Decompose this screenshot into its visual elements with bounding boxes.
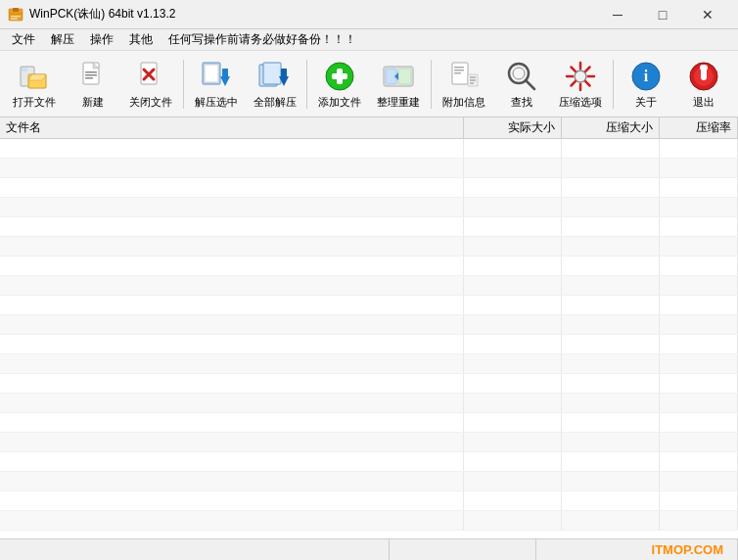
svg-line-43 bbox=[585, 81, 589, 85]
menu-extract[interactable]: 解压 bbox=[43, 29, 82, 50]
table-row bbox=[0, 354, 738, 374]
status-segment-1 bbox=[0, 539, 390, 560]
menu-file[interactable]: 文件 bbox=[4, 29, 43, 50]
new-file-icon bbox=[75, 59, 111, 94]
svg-rect-19 bbox=[263, 63, 281, 84]
menu-bar: 文件 解压 操作 其他 任何写操作前请务必做好备份！！！ bbox=[0, 29, 738, 51]
menu-other[interactable]: 其他 bbox=[121, 29, 161, 50]
open-file-button[interactable]: 打开文件 bbox=[6, 56, 63, 113]
svg-rect-20 bbox=[281, 69, 287, 76]
extract-selected-icon bbox=[199, 59, 234, 94]
open-file-label: 打开文件 bbox=[13, 96, 56, 109]
close-file-icon bbox=[133, 59, 168, 94]
extract-all-icon bbox=[257, 59, 293, 94]
table-row bbox=[0, 433, 738, 452]
svg-rect-10 bbox=[85, 74, 97, 76]
table-row bbox=[0, 413, 738, 433]
file-list-rows[interactable] bbox=[0, 139, 738, 538]
rebuild-icon bbox=[381, 59, 416, 94]
table-row bbox=[0, 511, 738, 531]
exit-button[interactable]: 退出 bbox=[675, 56, 732, 113]
svg-rect-1 bbox=[13, 8, 19, 12]
add-file-button[interactable]: 添加文件 bbox=[311, 56, 368, 113]
add-file-label: 添加文件 bbox=[318, 96, 361, 109]
close-file-button[interactable]: 关闭文件 bbox=[122, 56, 179, 113]
svg-line-42 bbox=[571, 67, 575, 70]
title-left: WinPCK(诛仙) 64bit v1.13.2 bbox=[8, 6, 175, 23]
file-list-header: 文件名 实际大小 压缩大小 压缩率 bbox=[0, 117, 738, 139]
table-row bbox=[0, 335, 738, 354]
toolbar: 打开文件 新建 关闭文件 bbox=[0, 51, 738, 117]
menu-operate[interactable]: 操作 bbox=[82, 29, 121, 50]
about-icon: i bbox=[628, 59, 664, 94]
table-row bbox=[0, 374, 738, 394]
table-row bbox=[0, 237, 738, 257]
app-icon bbox=[8, 7, 23, 23]
search-label: 查找 bbox=[511, 96, 532, 109]
svg-rect-4 bbox=[11, 18, 18, 20]
about-label: 关于 bbox=[635, 96, 657, 109]
add-file-icon bbox=[322, 59, 357, 94]
extract-all-label: 全部解压 bbox=[254, 96, 297, 109]
table-row bbox=[0, 159, 738, 178]
rebuild-button[interactable]: 整理重建 bbox=[370, 56, 427, 113]
status-segment-3: ITMOP.COM bbox=[536, 539, 738, 560]
table-row bbox=[0, 452, 738, 472]
title-text: WinPCK(诛仙) 64bit v1.13.2 bbox=[29, 6, 175, 23]
table-row bbox=[0, 198, 738, 217]
svg-rect-17 bbox=[222, 69, 228, 76]
search-button[interactable]: 查找 bbox=[493, 56, 550, 113]
extract-selected-button[interactable]: 解压选中 bbox=[188, 56, 245, 113]
options-icon bbox=[563, 59, 598, 94]
options-button[interactable]: 压缩选项 bbox=[552, 56, 609, 113]
attach-info-button[interactable]: 附加信息 bbox=[436, 56, 492, 113]
table-row bbox=[0, 257, 738, 276]
status-segment-2 bbox=[390, 539, 536, 560]
new-button[interactable]: 新建 bbox=[65, 56, 121, 113]
svg-line-44 bbox=[585, 67, 589, 70]
separator-1 bbox=[183, 60, 184, 109]
separator-4 bbox=[613, 60, 614, 109]
column-compressed-size: 压缩大小 bbox=[562, 117, 660, 138]
svg-rect-3 bbox=[11, 16, 21, 18]
open-file-icon bbox=[17, 59, 52, 94]
maximize-button[interactable]: □ bbox=[640, 1, 685, 28]
svg-point-37 bbox=[575, 70, 586, 82]
watermark: ITMOP.COM bbox=[652, 542, 731, 557]
table-row bbox=[0, 315, 738, 335]
file-list-container: 文件名 实际大小 压缩大小 压缩率 bbox=[0, 117, 738, 538]
svg-rect-11 bbox=[85, 77, 93, 79]
menu-warning: 任何写操作前请务必做好备份！！！ bbox=[168, 31, 356, 48]
svg-rect-23 bbox=[332, 73, 347, 79]
table-row bbox=[0, 394, 738, 413]
close-file-label: 关闭文件 bbox=[129, 96, 172, 109]
search-icon bbox=[504, 59, 539, 94]
svg-rect-16 bbox=[205, 65, 218, 82]
minimize-button[interactable]: ─ bbox=[595, 1, 640, 28]
column-ratio: 压缩率 bbox=[660, 117, 738, 138]
table-row bbox=[0, 178, 738, 198]
table-row bbox=[0, 491, 738, 511]
close-button[interactable]: ✕ bbox=[685, 1, 730, 28]
svg-rect-26 bbox=[398, 69, 411, 84]
extract-selected-label: 解压选中 bbox=[195, 96, 238, 109]
svg-rect-9 bbox=[85, 71, 97, 73]
table-row bbox=[0, 276, 738, 296]
table-row bbox=[0, 217, 738, 237]
extract-all-button[interactable]: 全部解压 bbox=[247, 56, 303, 113]
svg-line-35 bbox=[526, 80, 534, 89]
svg-rect-6 bbox=[22, 68, 27, 71]
separator-3 bbox=[431, 60, 432, 109]
about-button[interactable]: i 关于 bbox=[618, 56, 674, 113]
svg-rect-51 bbox=[700, 65, 708, 70]
svg-rect-28 bbox=[454, 67, 464, 69]
options-label: 压缩选项 bbox=[559, 96, 602, 109]
svg-text:i: i bbox=[643, 68, 648, 84]
exit-label: 退出 bbox=[693, 96, 715, 109]
column-actual-size: 实际大小 bbox=[464, 117, 562, 138]
separator-2 bbox=[306, 60, 307, 109]
title-controls: ─ □ ✕ bbox=[595, 1, 730, 28]
attach-info-icon bbox=[446, 59, 482, 94]
table-row bbox=[0, 472, 738, 491]
new-label: 新建 bbox=[82, 96, 104, 109]
